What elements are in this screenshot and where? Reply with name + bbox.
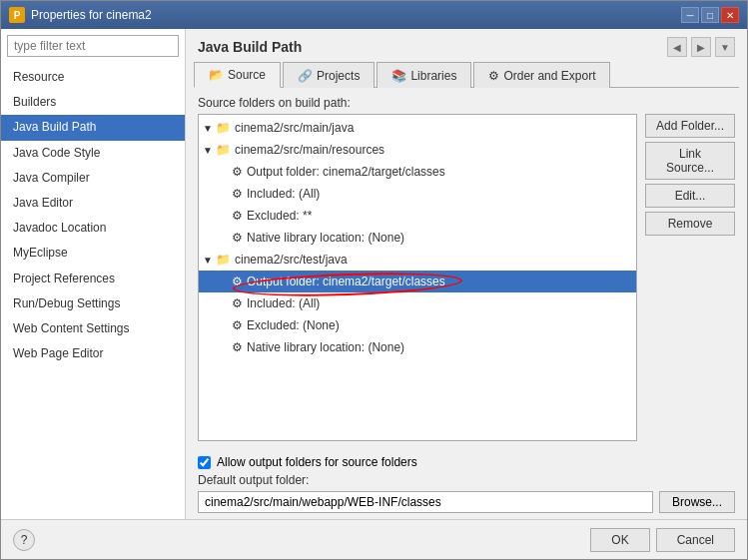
content-area: Source folders on build path: ▼📁cinema2/… [186,88,747,449]
tree-item-icon: 📁 [216,119,231,137]
back-button[interactable]: ◀ [667,37,687,57]
source-tab-icon: 📂 [209,68,224,82]
tree-item[interactable]: ▼📁cinema2/src/test/java [199,249,636,271]
sidebar-item-java-editor[interactable]: Java Editor [1,191,185,216]
tab-order-export[interactable]: ⚙Order and Export [473,62,610,88]
tree-item[interactable]: ⚙Output folder: cinema2/target/classes [199,161,636,183]
left-panel: ResourceBuildersJava Build PathJava Code… [1,29,186,519]
tab-source[interactable]: 📂Source [194,62,281,88]
tree-item-label: cinema2/src/main/java [235,119,354,137]
title-bar-buttons: ─ □ ✕ [681,7,739,23]
tree-item[interactable]: ▼📁cinema2/src/main/resources [199,139,636,161]
properties-dialog: P Properties for cinema2 ─ □ ✕ ResourceB… [0,0,748,560]
tree-item-label: Native library location: (None) [247,338,404,356]
tabs-bar: 📂Source🔗Projects📚Libraries⚙Order and Exp… [194,61,739,88]
expand-arrow-icon: ▼ [203,121,213,136]
help-button[interactable]: ? [13,529,35,551]
sidebar-item-resource[interactable]: Resource [1,65,185,90]
tree-buttons-row: ▼📁cinema2/src/main/java▼📁cinema2/src/mai… [198,114,735,441]
right-title: Java Build Path [198,39,302,55]
sidebar-item-javadoc-location[interactable]: Javadoc Location [1,216,185,241]
bottom-area: Allow output folders for source folders … [186,449,747,519]
default-output-label: Default output folder: [198,473,735,487]
libraries-tab-label: Libraries [410,69,456,83]
sidebar-item-java-build-path[interactable]: Java Build Path [1,115,185,140]
tree-item-icon: ⚙ [232,294,243,312]
sidebar-item-java-code-style[interactable]: Java Code Style [1,141,185,166]
close-button[interactable]: ✕ [721,7,739,23]
tree-item-icon: ⚙ [232,185,243,203]
sidebar-item-builders[interactable]: Builders [1,90,185,115]
tree-item[interactable]: ⚙Excluded: ** [199,205,636,227]
footer-right: OK Cancel [590,528,735,552]
tree-item-label: Native library location: (None) [247,229,404,247]
tree-item-label: Included: (All) [247,294,320,312]
order-export-tab-icon: ⚙ [488,69,499,83]
tree-item-label: Output folder: cinema2/target/classes [247,163,445,181]
tree-item-label: Excluded: (None) [247,316,340,334]
filter-input[interactable] [7,35,179,57]
cancel-button[interactable]: Cancel [656,528,735,552]
expand-arrow-icon: ▼ [203,253,213,268]
title-bar: P Properties for cinema2 ─ □ ✕ [1,1,747,29]
tree-item-label: Output folder: cinema2/target/classes [247,273,445,290]
right-header: Java Build Path ◀ ▶ ▼ [186,29,747,61]
add-folder-button[interactable]: Add Folder... [645,114,735,138]
expand-arrow-icon: ▼ [203,143,213,158]
source-folders-label: Source folders on build path: [198,96,735,110]
tree-item[interactable]: ⚙Included: (All) [199,292,636,314]
sidebar-item-web-content-settings[interactable]: Web Content Settings [1,316,185,341]
tree-item-label: cinema2/src/test/java [235,251,348,269]
sidebar-item-run-debug-settings[interactable]: Run/Debug Settings [1,291,185,316]
tree-item[interactable]: ⚙Excluded: (None) [199,314,636,336]
tree-item-icon: ⚙ [232,338,243,356]
tree-item-icon: ⚙ [232,207,243,225]
default-output-input[interactable] [198,491,653,513]
libraries-tab-icon: 📚 [391,69,406,83]
minimize-button[interactable]: ─ [681,7,699,23]
remove-button[interactable]: Remove [645,212,735,236]
right-panel: Java Build Path ◀ ▶ ▼ 📂Source🔗Projects📚L… [186,29,747,519]
tree-item[interactable]: ⚙Native library location: (None) [199,336,636,358]
maximize-button[interactable]: □ [701,7,719,23]
projects-tab-icon: 🔗 [298,69,313,83]
action-buttons: Add Folder...Link Source...Edit...Remove [645,114,735,441]
window-title: Properties for cinema2 [31,8,152,22]
sidebar-item-project-references[interactable]: Project References [1,267,185,291]
allow-output-folders-checkbox[interactable] [198,456,211,469]
order-export-tab-label: Order and Export [503,69,595,83]
ok-button[interactable]: OK [590,528,649,552]
tree-item-label: Excluded: ** [247,207,312,225]
title-bar-left: P Properties for cinema2 [9,7,152,23]
link-source-button[interactable]: Link Source... [645,142,735,180]
tree-item-label: Included: (All) [247,185,320,203]
forward-button[interactable]: ▶ [691,37,711,57]
edit-button[interactable]: Edit... [645,184,735,208]
sidebar-item-java-compiler[interactable]: Java Compiler [1,166,185,191]
dialog-icon: P [9,7,25,23]
tree-item-label: cinema2/src/main/resources [235,141,384,159]
tree-container: ▼📁cinema2/src/main/java▼📁cinema2/src/mai… [199,115,636,360]
tree-item[interactable]: ▼📁cinema2/src/main/java [199,117,636,139]
header-nav: ◀ ▶ ▼ [667,37,735,57]
tree-item[interactable]: ⚙Included: (All) [199,183,636,205]
projects-tab-label: Projects [317,69,360,83]
tab-libraries[interactable]: 📚Libraries [376,62,471,88]
tree-item-icon: 📁 [216,141,231,159]
tree-item-icon: ⚙ [232,316,243,334]
dropdown-button[interactable]: ▼ [715,37,735,57]
checkbox-row: Allow output folders for source folders [198,455,735,469]
tree-item-icon: ⚙ [232,229,243,247]
footer-left: ? [13,529,35,551]
tree-item-icon: ⚙ [232,163,243,181]
tree-item[interactable]: ⚙Native library location: (None) [199,227,636,249]
browse-button[interactable]: Browse... [659,491,735,513]
output-row: Browse... [198,491,735,513]
source-tab-label: Source [228,68,266,82]
sidebar-item-myeclipse[interactable]: MyEclipse [1,241,185,266]
allow-output-label: Allow output folders for source folders [217,455,417,469]
sidebar-item-web-page-editor[interactable]: Web Page Editor [1,341,185,366]
tab-projects[interactable]: 🔗Projects [283,62,374,88]
tree-wrapper: ▼📁cinema2/src/main/java▼📁cinema2/src/mai… [198,114,637,441]
tree-item[interactable]: ⚙Output folder: cinema2/target/classes [199,271,636,292]
